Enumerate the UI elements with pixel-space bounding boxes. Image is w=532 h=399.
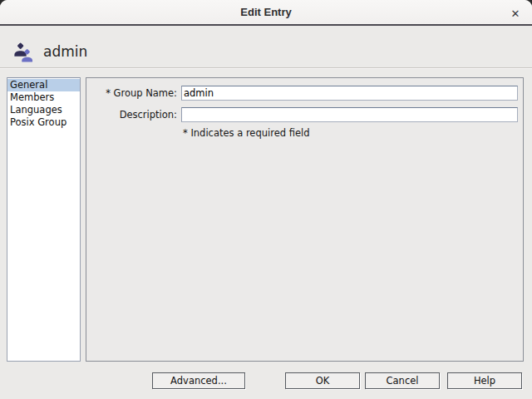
group-name-label: * Group Name:: [88, 86, 177, 101]
section-item-languages[interactable]: Languages: [7, 104, 80, 116]
edit-entry-dialog: Edit Entry ✕ admin General Members Langu…: [0, 0, 532, 399]
header-separator: [0, 67, 532, 68]
section-item-general[interactable]: General: [7, 79, 80, 91]
advanced-button[interactable]: Advanced...: [152, 372, 245, 389]
section-list: General Members Languages Posix Group: [7, 77, 81, 362]
description-label: Description:: [88, 107, 177, 122]
ok-button[interactable]: OK: [285, 372, 360, 389]
group-name-input[interactable]: [181, 86, 518, 101]
help-button[interactable]: Help: [447, 372, 522, 389]
window-title: Edit Entry: [240, 6, 291, 18]
entry-name: admin: [43, 43, 87, 60]
close-icon[interactable]: ✕: [507, 5, 524, 22]
titlebar: Edit Entry ✕: [0, 0, 532, 26]
section-item-members[interactable]: Members: [7, 91, 80, 104]
group-people-icon: [12, 42, 34, 66]
general-panel: * Group Name: Description: * Indicates a…: [86, 77, 524, 362]
description-input[interactable]: [181, 107, 518, 122]
required-field-note: * Indicates a required field: [183, 127, 310, 139]
cancel-button[interactable]: Cancel: [365, 372, 440, 389]
section-item-posix-group[interactable]: Posix Group: [7, 116, 80, 129]
